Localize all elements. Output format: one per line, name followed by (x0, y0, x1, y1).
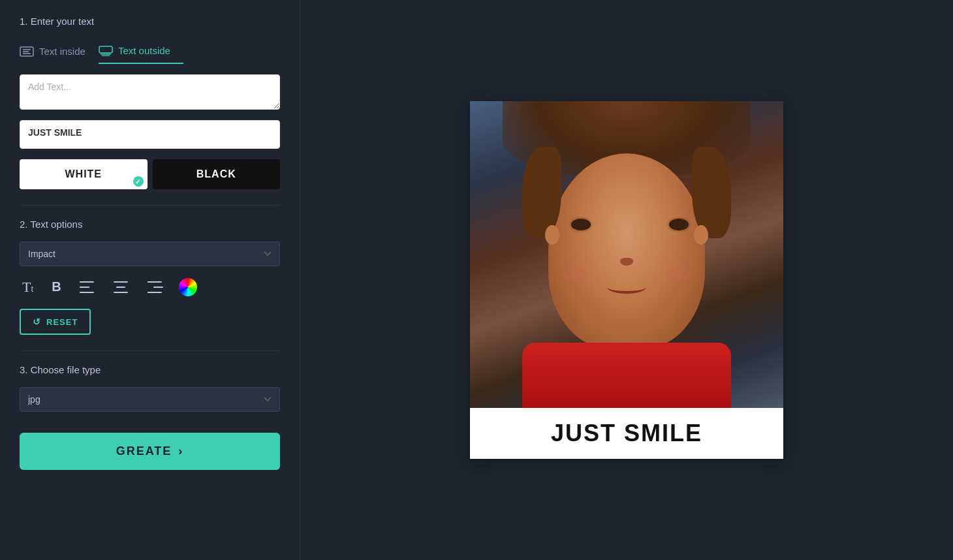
meme-bottom-text: JUST SMILE (470, 408, 783, 459)
create-button[interactable]: GREATE › (20, 433, 280, 470)
top-text-input[interactable] (20, 74, 280, 110)
align-left-icon (80, 281, 95, 293)
white-color-button[interactable]: WHITE ✓ (20, 159, 148, 189)
font-select[interactable]: Impact Arial Comic Sans MS Times New Rom… (20, 241, 280, 266)
align-right-button[interactable] (145, 279, 166, 296)
tab-text-outside-label: Text outside (118, 45, 170, 56)
right-panel: JUST SMILE (300, 0, 953, 560)
align-right-icon (148, 281, 163, 293)
white-label: WHITE (65, 168, 102, 179)
tab-group: Text inside Text outside (20, 39, 280, 64)
text-size-button[interactable]: Tt (20, 277, 36, 297)
text-outside-icon (99, 46, 113, 56)
divider-1 (20, 205, 280, 206)
tab-text-inside[interactable]: Text inside (20, 39, 99, 64)
white-selected-checkmark: ✓ (133, 176, 144, 187)
section-2-title: 2. Text options (20, 219, 280, 230)
color-wheel-button[interactable] (179, 278, 197, 296)
svg-rect-4 (99, 46, 112, 53)
reset-icon: ↺ (33, 317, 41, 327)
section-3: 3. Choose file type jpg png gif webp (20, 364, 280, 412)
black-label: BLACK (196, 168, 236, 179)
black-color-button[interactable]: BLACK (153, 159, 281, 189)
text-inside-icon (20, 46, 34, 57)
section-3-title: 3. Choose file type (20, 364, 280, 375)
text-size-icon: Tt (22, 280, 33, 294)
reset-button[interactable]: ↺ RESET (20, 309, 91, 335)
meme-image (470, 101, 783, 408)
create-label: GREATE (116, 444, 172, 458)
bottom-text-input[interactable]: JUST SMILE (20, 120, 280, 149)
text-tools-row: Tt B (20, 277, 280, 297)
color-button-group: WHITE ✓ BLACK (20, 159, 280, 189)
file-type-select[interactable]: jpg png gif webp (20, 387, 280, 412)
meme-preview: JUST SMILE (470, 101, 783, 459)
align-center-icon (114, 281, 129, 293)
tab-text-inside-label: Text inside (39, 46, 86, 57)
bold-button[interactable]: B (49, 277, 63, 297)
align-left-button[interactable] (77, 279, 98, 296)
section-2: 2. Text options Impact Arial Comic Sans … (20, 219, 280, 335)
align-center-button[interactable] (111, 279, 132, 296)
bold-icon: B (52, 279, 61, 294)
reset-label: RESET (46, 317, 78, 327)
section-1-title: 1. Enter your text (20, 16, 280, 27)
tab-text-outside[interactable]: Text outside (99, 39, 183, 64)
left-panel: 1. Enter your text Text inside Text out (0, 0, 300, 560)
section-1: 1. Enter your text Text inside Text out (20, 16, 280, 189)
divider-2 (20, 350, 280, 351)
create-chevron-icon: › (178, 444, 183, 458)
